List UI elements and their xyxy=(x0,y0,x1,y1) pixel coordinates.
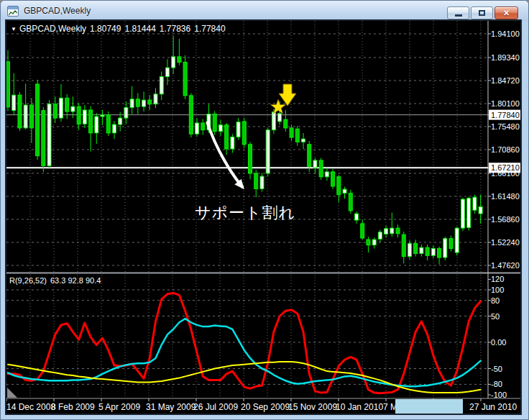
minimize-button[interactable] xyxy=(447,6,469,19)
candle-body xyxy=(361,224,364,238)
oscillator-scale-label: 120 xyxy=(491,275,504,283)
candle-body xyxy=(266,130,270,173)
candle-body xyxy=(172,57,175,68)
candle-body xyxy=(148,100,152,104)
candle-body xyxy=(106,115,110,133)
candle-body xyxy=(36,84,40,156)
candle-body xyxy=(431,249,435,256)
candle-body xyxy=(390,228,394,234)
candle-body xyxy=(83,110,86,124)
candle-body xyxy=(284,119,288,128)
candle-body xyxy=(302,139,305,142)
candle-body xyxy=(443,239,447,257)
candle-body xyxy=(53,104,57,118)
candle-body xyxy=(242,122,246,145)
collapse-icon[interactable]: ▼ xyxy=(11,26,17,32)
titlebar[interactable]: GBPCAD,Weekly ✕ xyxy=(1,1,528,21)
candle-body xyxy=(59,98,63,118)
date-axis-label: 20 Sep 2009 xyxy=(241,402,290,412)
candle-body xyxy=(420,247,423,253)
oscillator-scale-label: 80 xyxy=(491,296,500,305)
date-axis-label: 31 May 2009 xyxy=(146,402,196,412)
candle-body xyxy=(18,95,22,128)
candle-body xyxy=(183,62,187,95)
date-axis-label: 8 Feb 2009 xyxy=(51,402,95,412)
candle-body xyxy=(42,111,45,166)
candle-body xyxy=(308,145,311,166)
header-high: 1.81444 xyxy=(124,24,155,34)
candle-body xyxy=(349,193,352,211)
price-axis[interactable]: 1.941001.893401.847201.801001.778401.754… xyxy=(488,29,520,399)
candle-body xyxy=(29,105,33,128)
candle-body xyxy=(130,99,134,108)
oscillator-scale-label: 0.00 xyxy=(491,338,506,347)
close-icon: ✕ xyxy=(503,9,510,17)
candle-body xyxy=(295,129,299,142)
header-low: 1.77836 xyxy=(160,24,190,34)
candle-body xyxy=(218,125,222,132)
candle-body xyxy=(142,100,146,106)
date-axis-label: 26 Jul 2009 xyxy=(193,402,238,412)
ohlc-header: ▼GBPCAD,Weekly1.807491.814441.778361.778… xyxy=(11,24,229,34)
candle-body xyxy=(331,172,335,186)
candle-body xyxy=(461,199,464,228)
chart-client-area[interactable]: 1.941001.893401.847201.801001.778401.754… xyxy=(6,21,520,414)
price-axis-label: 1.47620 xyxy=(491,261,520,270)
oscillator-scale-label: -50 xyxy=(491,365,502,373)
minimize-icon xyxy=(455,14,462,17)
date-axis-label: 14 Dec 2008 xyxy=(6,402,55,412)
price-axis-label: 1.80100 xyxy=(491,99,520,108)
candle-body xyxy=(196,123,199,134)
close-button[interactable]: ✕ xyxy=(494,6,518,19)
restore-button[interactable] xyxy=(471,6,493,19)
window-title: GBPCAD,Weekly xyxy=(24,6,91,16)
candle-body xyxy=(378,232,382,239)
candle-body xyxy=(337,177,341,195)
price-axis-label: 1.70860 xyxy=(491,145,520,154)
candle-body xyxy=(47,104,51,166)
header-close: 1.77840 xyxy=(194,24,225,34)
chart-window-icon xyxy=(7,6,19,17)
candle-body xyxy=(455,228,459,252)
candle-body xyxy=(65,98,69,111)
candle-body xyxy=(231,137,234,149)
price-axis-label: 1.94100 xyxy=(491,29,520,38)
window-controls: ✕ xyxy=(447,6,518,19)
price-axis-label: 1.61480 xyxy=(491,192,520,201)
candle-body xyxy=(77,106,80,124)
candle-body xyxy=(372,239,376,245)
pane-resize-grip[interactable] xyxy=(7,388,17,398)
candle-body xyxy=(160,77,163,94)
header-open: 1.80749 xyxy=(90,24,121,34)
candle-body xyxy=(385,229,388,234)
candle-body xyxy=(112,124,116,133)
candle-body xyxy=(260,176,264,188)
candle-body xyxy=(154,94,157,104)
pane-separator[interactable] xyxy=(6,273,520,274)
candle-body xyxy=(236,122,240,137)
candle-body xyxy=(101,115,104,117)
candle-body xyxy=(12,95,16,110)
candle-body xyxy=(225,125,229,149)
date-axis-label: 10 Jan 2010 xyxy=(336,402,383,412)
oscillator-line-fast xyxy=(8,293,481,393)
oscillator-scale-label: -100 xyxy=(491,391,507,399)
candle-body xyxy=(95,117,98,133)
oscillator-scale-label: -80 xyxy=(491,380,502,388)
candle-body xyxy=(290,128,293,137)
candle-body xyxy=(408,244,411,257)
oscillator-scale-label: 50 xyxy=(491,312,500,321)
candle-body xyxy=(367,239,370,245)
candle-body xyxy=(313,160,317,168)
header-symbol: GBPCAD,Weekly xyxy=(19,24,86,34)
candle-body xyxy=(449,239,453,249)
price-axis-label: 1.89340 xyxy=(491,53,520,62)
oscillator xyxy=(8,293,481,393)
price-axis-label: 1.56860 xyxy=(491,215,520,224)
candle-body xyxy=(71,106,75,111)
candle-body xyxy=(414,244,418,254)
candle-body xyxy=(124,108,128,119)
candle-body xyxy=(136,99,139,106)
candle-body xyxy=(426,247,429,255)
candle-body xyxy=(207,114,211,130)
